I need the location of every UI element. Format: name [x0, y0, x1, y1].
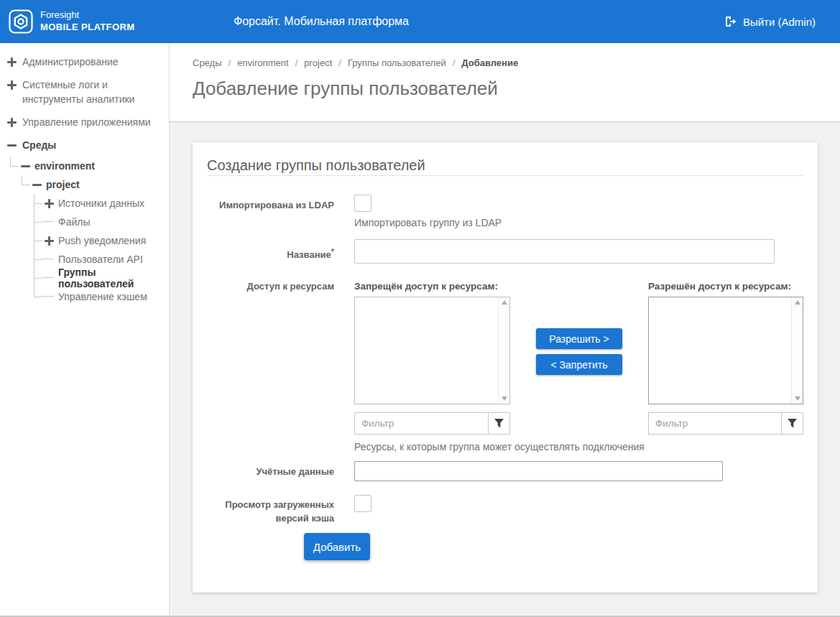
allowed-filter-input[interactable] [648, 412, 781, 435]
sidebar-item-label: Пользователи API [58, 254, 143, 265]
expand-plus-icon[interactable] [7, 80, 17, 90]
allowed-resources-label: Разрешён доступ к ресурсам: [648, 280, 803, 292]
tree-connector [34, 231, 42, 250]
card-title: Создание группы пользователей [207, 157, 803, 176]
logout-button[interactable]: Выйти (Admin) [724, 0, 816, 43]
tree-connector-line [42, 250, 54, 269]
scroll-down-icon[interactable] [795, 396, 800, 401]
denied-listbox-scrollbar[interactable] [498, 297, 509, 404]
resource-access-row: Доступ к ресурсам Запрещён доступ к ресу… [207, 280, 803, 453]
collapse-minus-icon[interactable] [21, 162, 30, 171]
nav-tree: АдминистрированиеСистемные логи и инстру… [0, 50, 169, 306]
tree-connector-line [42, 287, 54, 306]
app-title: Форсайт. Мобильная платформа [234, 0, 409, 43]
sidebar-item-data-sources[interactable]: Источники данных [0, 194, 169, 213]
breadcrumb-item: Добавление [461, 57, 518, 68]
allowed-resources-list[interactable] [649, 297, 791, 404]
breadcrumb-item[interactable]: Группы пользователей [348, 57, 446, 68]
name-input[interactable] [354, 239, 775, 264]
sidebar-item-label: Среды [22, 138, 56, 152]
add-button[interactable]: Добавить [304, 533, 370, 560]
denied-filter-button[interactable] [488, 412, 510, 435]
resource-access-helper: Ресурсы, к которым группа может осуществ… [354, 441, 803, 453]
sidebar-item-system-logs[interactable]: Системные логи и инструменты аналитики [0, 73, 169, 111]
scroll-down-icon[interactable] [502, 396, 507, 401]
page-title: Добавление группы пользователей [193, 78, 840, 100]
allowed-listbox-scrollbar[interactable] [791, 297, 803, 404]
denied-resources-list[interactable] [355, 297, 498, 404]
breadcrumb-item[interactable]: Среды [193, 57, 222, 68]
sidebar-item-environments[interactable]: Среды [0, 134, 169, 157]
sidebar-item-push-notifications[interactable]: Push уведомления [0, 231, 169, 250]
expand-plus-icon[interactable] [7, 118, 17, 127]
sidebar-item-files[interactable]: Файлы [0, 213, 169, 231]
name-row: Название* [207, 239, 803, 264]
transfer-buttons: Разрешить > < Запретить [510, 280, 648, 435]
denied-filter-input[interactable] [354, 412, 488, 435]
app-window: Foresight MOBILE PLATFORM Форсайт. Мобил… [0, 0, 840, 617]
sidebar-item-label: environment [34, 160, 95, 172]
expand-plus-icon[interactable] [45, 236, 54, 246]
logout-label: Выйти (Admin) [743, 16, 816, 28]
content-area: Среды/environment/project/Группы пользов… [170, 43, 840, 617]
name-label: Название* [207, 239, 334, 264]
sidebar-item-label: project [46, 179, 80, 190]
tree-connector [34, 194, 42, 213]
tree-connector-line [42, 269, 54, 287]
sidebar-item-administration[interactable]: Администрирование [0, 50, 169, 73]
sidebar-item-project[interactable]: project [0, 175, 169, 194]
expand-plus-icon[interactable] [45, 199, 54, 208]
tree-connector [34, 287, 42, 306]
required-asterisk: * [331, 247, 334, 256]
resource-access-label: Доступ к ресурсам [207, 280, 334, 453]
sidebar-item-app-management[interactable]: Управление приложениями [0, 111, 169, 134]
sidebar-item-label: Управление кэшем [58, 291, 147, 302]
denied-resources-listbox[interactable] [354, 297, 510, 404]
sidebar-item-user-groups[interactable]: Группы пользователей [0, 269, 169, 287]
tree-connector [22, 175, 30, 194]
tree-connector [10, 157, 19, 175]
tree-connector [34, 269, 42, 287]
credentials-label: Учётные данные [207, 461, 334, 481]
credentials-input[interactable] [354, 461, 723, 481]
breadcrumb-separator: / [338, 57, 341, 68]
expand-plus-icon[interactable] [7, 57, 17, 67]
ldap-row: Импортирована из LDAP Импортировать груп… [207, 195, 803, 228]
breadcrumb: Среды/environment/project/Группы пользов… [193, 57, 840, 68]
breadcrumb-item[interactable]: environment [237, 57, 289, 68]
sidebar-item-label: Источники данных [58, 198, 144, 209]
scroll-up-icon[interactable] [795, 300, 800, 305]
page-body: Создание группы пользователей Импортиров… [170, 122, 840, 617]
collapse-minus-icon[interactable] [32, 180, 42, 190]
cache-view-checkbox[interactable] [354, 495, 371, 512]
page-header-band: Среды/environment/project/Группы пользов… [170, 43, 840, 122]
breadcrumb-separator: / [453, 57, 456, 68]
sidebar-item-label: Push уведомления [58, 235, 146, 246]
breadcrumb-separator: / [229, 57, 231, 68]
sidebar-item-cache-management[interactable]: Управление кэшем [0, 287, 169, 306]
cache-view-row: Просмотр загруженных версий кэша [207, 495, 803, 525]
filter-funnel-icon [494, 419, 504, 428]
allowed-filter-button[interactable] [781, 412, 803, 435]
filter-funnel-icon [788, 419, 797, 428]
brand-line2: MOBILE PLATFORM [40, 22, 134, 34]
ldap-checkbox[interactable] [354, 195, 371, 212]
allowed-resources-listbox[interactable] [648, 297, 803, 404]
brand: Foresight MOBILE PLATFORM [9, 9, 134, 34]
sidebar-item-label: Управление приложениями [22, 115, 151, 129]
allow-button[interactable]: Разрешить > [536, 328, 622, 349]
sidebar-item-label: Файлы [58, 216, 90, 228]
create-group-card: Создание группы пользователей Импортиров… [193, 142, 818, 593]
collapse-minus-icon[interactable] [7, 141, 17, 150]
sidebar-item-label: Системные логи и инструменты аналитики [22, 78, 162, 106]
scroll-up-icon[interactable] [502, 300, 507, 305]
foresight-logo-icon [9, 9, 33, 34]
deny-button[interactable]: < Запретить [536, 354, 622, 375]
app-header: Foresight MOBILE PLATFORM Форсайт. Мобил… [0, 0, 840, 43]
breadcrumb-item[interactable]: project [304, 57, 332, 68]
credentials-row: Учётные данные [207, 461, 803, 481]
ldap-helper-text: Импортировать группу из LDAP [354, 217, 803, 228]
ldap-label: Импортирована из LDAP [207, 195, 334, 228]
sidebar-item-environment[interactable]: environment [0, 157, 169, 175]
tree-connector-line [42, 213, 54, 231]
